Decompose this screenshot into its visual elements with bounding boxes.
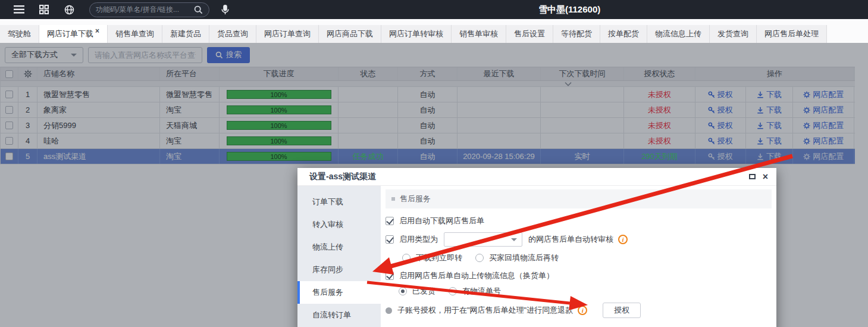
upload-logistics-label: 启用网店售后单自动上传物流信息（换货单） [399, 270, 554, 281]
apps-grid-icon[interactable] [38, 4, 50, 15]
transfer-immediately-label: 下载到立即转 [416, 253, 462, 263]
tabbar: 驾驶舱 网店订单下载× 销售单查询 新建货品 货品查询 网店订单查询 网店商品下… [0, 19, 868, 43]
search-icon [194, 5, 203, 14]
global-search [89, 2, 209, 17]
tab-dashboard[interactable]: 驾驶舱 [0, 25, 39, 43]
type-audit-checkbox[interactable] [386, 235, 394, 244]
sidebar-item-order-download[interactable]: 订单下载 [297, 191, 381, 213]
tab-aftersale-handle[interactable]: 网店售后单处理 [757, 25, 827, 43]
auto-download-label: 启用自动下载网店售后单 [399, 216, 484, 226]
minimize-icon[interactable] [749, 174, 756, 179]
tab-goods-query[interactable]: 货品查询 [209, 25, 256, 43]
info-icon[interactable]: i [578, 306, 587, 315]
subaccount-label: 子账号授权，用于在"网店售后单处理"进行同意退款 [397, 305, 573, 316]
dialog-titlebar: 设置-ass测试渠道 × [297, 168, 776, 186]
upload-logistics-checkbox[interactable] [386, 272, 394, 280]
transfer-immediately-radio[interactable] [402, 254, 411, 262]
settings-dialog: 设置-ass测试渠道 × 订单下载 转入审核 物流上传 库存同步 售后服务 自流… [297, 168, 776, 327]
menu-icon[interactable] [13, 4, 25, 15]
after-logistics-radio[interactable] [475, 254, 484, 262]
account-title: 雪中墨(112600) [538, 4, 600, 15]
tab-order-to-audit[interactable]: 网店订单转审核 [381, 25, 452, 43]
sidebar-item-aftersale-service[interactable]: 售后服务 [297, 281, 381, 304]
shipped-radio[interactable] [399, 287, 407, 295]
close-icon[interactable]: × [763, 172, 768, 182]
authorize-button[interactable]: 授权 [603, 303, 641, 318]
has-tracking-label: 有物流单号 [462, 286, 501, 297]
type-suffix-label: 的网店售后单自动转审核 [528, 234, 613, 245]
global-search-input[interactable] [96, 5, 194, 14]
shipped-label: 已发货 [412, 286, 435, 297]
dialog-title: 设置-ass测试渠道 [309, 172, 376, 182]
info-icon[interactable]: i [618, 235, 628, 244]
bullet-dot-icon [386, 307, 392, 314]
tab-close-icon[interactable]: × [95, 27, 99, 35]
tab-order-download[interactable]: 网店订单下载× [39, 25, 108, 43]
sidebar-item-logistics-upload[interactable]: 物流上传 [297, 236, 381, 259]
sidebar-item-stock-sync[interactable]: 库存同步 [297, 259, 381, 281]
tab-shipment-query[interactable]: 发货查询 [710, 25, 757, 43]
tab-shop-goods-download[interactable]: 网店商品下载 [319, 25, 381, 43]
after-logistics-label: 买家回填物流后再转 [489, 253, 559, 263]
app-window: 雪中墨(112600) 驾驶舱 网店订单下载× 销售单查询 新建货品 货品查询 … [0, 0, 868, 327]
tab-aftersale-settings[interactable]: 售后设置 [506, 25, 553, 43]
tab-new-goods[interactable]: 新建货品 [162, 25, 209, 43]
type-prefix-label: 启用类型为 [399, 234, 438, 245]
globe-icon[interactable] [63, 4, 75, 15]
section-header: 售后服务 [386, 189, 772, 208]
tab-logistics-upload[interactable]: 物流信息上传 [647, 25, 710, 43]
tab-sales-query[interactable]: 销售单查询 [108, 25, 162, 43]
aftersale-type-select[interactable] [444, 232, 522, 247]
sidebar-item-to-audit[interactable]: 转入审核 [297, 213, 381, 236]
tab-sales-audit[interactable]: 销售单审核 [452, 25, 506, 43]
sidebar-item-autoflow-order[interactable]: 自流转订单 [297, 304, 381, 326]
tab-wait-allocate[interactable]: 等待配货 [553, 25, 600, 43]
tab-allocate-by-order[interactable]: 按单配货 [600, 25, 647, 43]
has-tracking-radio[interactable] [449, 287, 457, 295]
microphone-icon[interactable] [219, 4, 231, 15]
tab-shop-order-query[interactable]: 网店订单查询 [256, 25, 319, 43]
dialog-sidebar: 订单下载 转入审核 物流上传 库存同步 售后服务 自流转订单 [297, 186, 381, 327]
bullet-square-icon [391, 197, 395, 201]
dialog-content: 售后服务 启用自动下载网店售后单 启用类型为 的网店售后单自动转审核 i [381, 186, 776, 327]
topbar: 雪中墨(112600) [0, 0, 868, 19]
chevron-down-icon [511, 238, 517, 241]
auto-download-checkbox[interactable] [386, 217, 394, 225]
